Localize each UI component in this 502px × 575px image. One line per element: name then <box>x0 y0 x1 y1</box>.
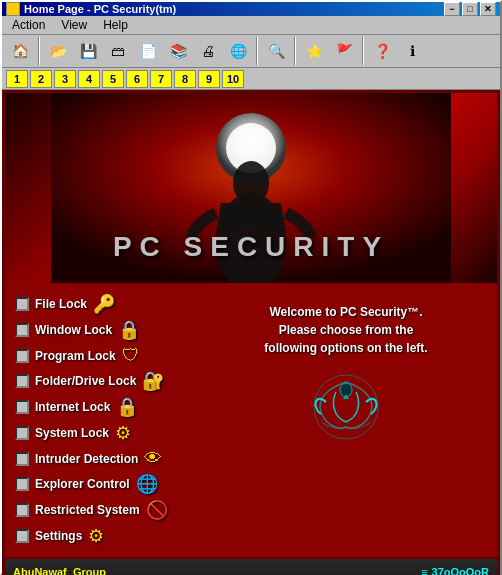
tab-2[interactable]: 2 <box>30 70 52 88</box>
toolbar-home-button[interactable]: 🏠 <box>6 37 34 65</box>
menu-item-settings[interactable]: Settings ⚙ <box>15 525 205 547</box>
tab-8[interactable]: 8 <box>174 70 196 88</box>
toolbar-flag-button[interactable]: 🚩 <box>330 37 358 65</box>
checkbox-internet-lock[interactable] <box>15 400 29 414</box>
menu-item-explorer-control[interactable]: Explorer Control 🌐 <box>15 473 205 495</box>
checkbox-window-lock[interactable] <box>15 323 29 337</box>
company-logo <box>301 372 391 442</box>
menu-item-program-lock[interactable]: Program Lock 🛡 <box>15 345 205 366</box>
tab-9[interactable]: 9 <box>198 70 220 88</box>
window-title: Home Page - PC Security(tm) <box>24 3 444 15</box>
maximize-button[interactable]: □ <box>462 2 478 16</box>
svg-rect-5 <box>245 203 257 215</box>
label-internet-lock: Internet Lock <box>35 400 110 414</box>
close-button[interactable]: ✕ <box>480 2 496 16</box>
toolbar-book-button[interactable]: 📚 <box>164 37 192 65</box>
icon-folder-lock: 🔐 <box>142 370 164 392</box>
label-system-lock: System Lock <box>35 426 109 440</box>
icon-window-lock: 🔒 <box>118 319 140 341</box>
toolbar-info-button[interactable]: ℹ <box>398 37 426 65</box>
hero-area: PC SECURITY <box>5 93 497 283</box>
menu-item-system-lock[interactable]: System Lock ⚙ <box>15 422 205 444</box>
icon-system-lock: ⚙ <box>115 422 131 444</box>
svg-point-4 <box>233 161 269 205</box>
menu-list: File Lock 🔑 Window Lock 🔒 Program Lock 🛡… <box>15 293 205 547</box>
tab-6[interactable]: 6 <box>126 70 148 88</box>
label-settings: Settings <box>35 529 82 543</box>
icon-program-lock: 🛡 <box>122 345 140 366</box>
number-tabs-bar: 1 2 3 4 5 6 7 8 9 10 <box>2 68 500 90</box>
icon-restricted-system: 🚫 <box>146 499 168 521</box>
checkbox-file-lock[interactable] <box>15 297 29 311</box>
tab-7[interactable]: 7 <box>150 70 172 88</box>
toolbar-star-button[interactable]: ⭐ <box>300 37 328 65</box>
checkbox-folder-lock[interactable] <box>15 374 29 388</box>
brand-label: ≡ <box>421 566 427 575</box>
menu-action[interactable]: Action <box>4 16 53 34</box>
main-content: PC SECURITY File Lock 🔑 Window Lock 🔒 <box>2 90 500 575</box>
icon-file-lock: 🔑 <box>93 293 115 315</box>
checkbox-program-lock[interactable] <box>15 349 29 363</box>
bottom-bar: AbuNawaf_Group ≡ 37oOoOoR <box>5 557 497 575</box>
toolbar-doc-button[interactable]: 📄 <box>134 37 162 65</box>
tab-3[interactable]: 3 <box>54 70 76 88</box>
abunawaf-label: AbuNawaf_Group <box>13 566 106 575</box>
app-icon <box>6 2 20 16</box>
label-window-lock: Window Lock <box>35 323 112 337</box>
checkbox-restricted-system[interactable] <box>15 503 29 517</box>
icon-internet-lock: 🔒 <box>116 396 138 418</box>
label-file-lock: File Lock <box>35 297 87 311</box>
checkbox-explorer-control[interactable] <box>15 477 29 491</box>
label-restricted-system: Restricted System <box>35 503 140 517</box>
toolbar-folder-button[interactable]: 📂 <box>44 37 72 65</box>
menu-item-internet-lock[interactable]: Internet Lock 🔒 <box>15 396 205 418</box>
minimize-button[interactable]: − <box>444 2 460 16</box>
toolbar-print-button[interactable]: 🖨 <box>194 37 222 65</box>
toolbar-sep-2 <box>256 37 258 65</box>
icon-settings: ⚙ <box>88 525 104 547</box>
toolbar: 🏠 📂 💾 🗃 📄 📚 🖨 🌐 🔍 ⭐ 🚩 ❓ ℹ <box>2 35 500 68</box>
label-explorer-control: Explorer Control <box>35 477 130 491</box>
icon-intruder-detection: 👁 <box>144 448 162 469</box>
label-folder-lock: Folder/Drive Lock <box>35 374 136 388</box>
icon-explorer-control: 🌐 <box>136 473 158 495</box>
brand-name: 37oOoOoR <box>432 566 489 575</box>
tab-10[interactable]: 10 <box>222 70 244 88</box>
main-window: Home Page - PC Security(tm) − □ ✕ Action… <box>0 0 502 575</box>
checkbox-system-lock[interactable] <box>15 426 29 440</box>
welcome-text: Welcome to PC Security™.Please choose fr… <box>264 303 427 357</box>
title-bar: Home Page - PC Security(tm) − □ ✕ <box>2 2 500 16</box>
toolbar-sep-4 <box>362 37 364 65</box>
toolbar-sep-1 <box>38 37 40 65</box>
toolbar-sep-3 <box>294 37 296 65</box>
content-area: File Lock 🔑 Window Lock 🔒 Program Lock 🛡… <box>5 283 497 557</box>
tab-1[interactable]: 1 <box>6 70 28 88</box>
toolbar-save-button[interactable]: 💾 <box>74 37 102 65</box>
window-controls: − □ ✕ <box>444 2 496 16</box>
tab-4[interactable]: 4 <box>78 70 100 88</box>
menu-item-intruder-detection[interactable]: Intruder Detection 👁 <box>15 448 205 469</box>
bottom-left-group: AbuNawaf_Group <box>13 566 421 575</box>
menu-item-window-lock[interactable]: Window Lock 🔒 <box>15 319 205 341</box>
menu-item-folder-lock[interactable]: Folder/Drive Lock 🔐 <box>15 370 205 392</box>
menu-help[interactable]: Help <box>95 16 136 34</box>
menu-bar: Action View Help <box>2 16 500 35</box>
label-program-lock: Program Lock <box>35 349 116 363</box>
menu-view[interactable]: View <box>53 16 95 34</box>
welcome-area: Welcome to PC Security™.Please choose fr… <box>205 293 487 547</box>
toolbar-globe-button[interactable]: 🌐 <box>224 37 252 65</box>
tab-5[interactable]: 5 <box>102 70 124 88</box>
toolbar-search-button[interactable]: 🔍 <box>262 37 290 65</box>
menu-item-restricted-system[interactable]: Restricted System 🚫 <box>15 499 205 521</box>
bottom-right-group: ≡ 37oOoOoR <box>421 566 489 575</box>
checkbox-settings[interactable] <box>15 529 29 543</box>
hero-title: PC SECURITY <box>113 231 389 263</box>
toolbar-floppy-button[interactable]: 🗃 <box>104 37 132 65</box>
toolbar-question-button[interactable]: ❓ <box>368 37 396 65</box>
label-intruder-detection: Intruder Detection <box>35 452 138 466</box>
menu-item-file-lock[interactable]: File Lock 🔑 <box>15 293 205 315</box>
checkbox-intruder-detection[interactable] <box>15 452 29 466</box>
